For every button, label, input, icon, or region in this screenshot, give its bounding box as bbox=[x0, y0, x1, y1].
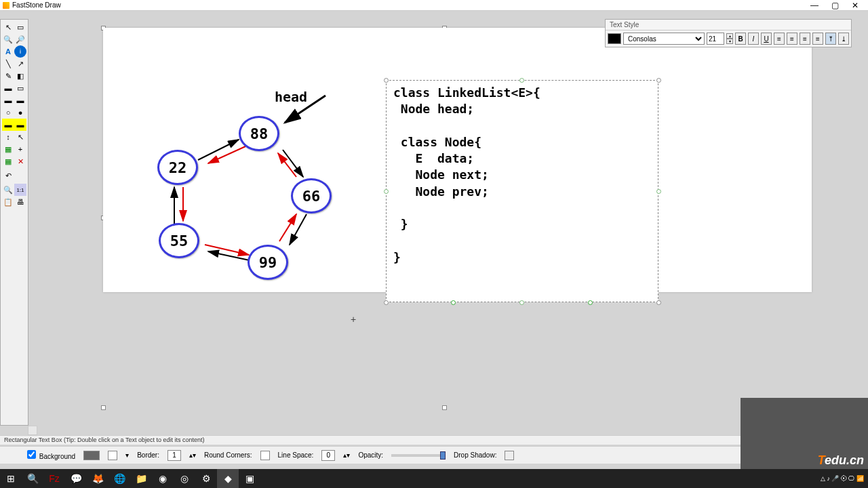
svg-line-8 bbox=[205, 245, 249, 255]
highlight-tool[interactable]: ▬ bbox=[2, 82, 14, 94]
line-tool[interactable]: ╲ bbox=[2, 58, 14, 70]
app-icon bbox=[3, 2, 9, 9]
zoom-tool[interactable]: 🔍 bbox=[2, 33, 14, 45]
align-right-button[interactable]: ≡ bbox=[800, 33, 810, 45]
info-tool[interactable]: i bbox=[14, 45, 26, 58]
font-select[interactable]: Consolas bbox=[623, 33, 705, 45]
maximize-button[interactable]: ▢ bbox=[825, 1, 845, 10]
print-tool[interactable]: 🖶 bbox=[14, 196, 26, 208]
firefox-icon[interactable]: 🦊 bbox=[87, 469, 108, 488]
marquee-tool[interactable]: ▭ bbox=[14, 21, 26, 33]
img2-tool[interactable]: ▦ bbox=[2, 155, 14, 167]
chat-icon[interactable]: 💬 bbox=[65, 469, 87, 488]
sel-handle[interactable] bbox=[519, 300, 524, 305]
arrow-tool[interactable]: ↗ bbox=[14, 58, 26, 70]
clipboard-tool[interactable]: 📋 bbox=[2, 196, 14, 208]
faststone-icon[interactable]: ◆ bbox=[217, 469, 239, 488]
opacity-slider[interactable] bbox=[391, 454, 446, 457]
select-tool[interactable]: ↖ bbox=[2, 21, 14, 33]
text-tool[interactable]: A bbox=[2, 45, 14, 58]
circle-tool[interactable]: ○ bbox=[2, 106, 14, 119]
tray-icons[interactable]: △ ♪ 🎤 🖸 🖵 📶 bbox=[821, 475, 864, 482]
linespace-spinner[interactable]: ▴▾ bbox=[343, 451, 350, 459]
pick-tool[interactable]: ↖ bbox=[14, 131, 26, 143]
bold-button[interactable]: B bbox=[735, 33, 746, 45]
font-size-spinner[interactable]: ▴▾ bbox=[726, 33, 733, 44]
text-style-title: Text Style bbox=[606, 20, 851, 30]
rect-tool[interactable]: ▭ bbox=[14, 82, 26, 94]
sel-handle[interactable] bbox=[384, 78, 389, 83]
sel-handle[interactable] bbox=[656, 189, 661, 194]
yellow2-tool[interactable]: ▬ bbox=[14, 119, 26, 131]
node-55[interactable]: 55 bbox=[159, 223, 199, 258]
filezilla-icon[interactable]: Fz bbox=[43, 469, 65, 488]
ide-icon[interactable]: ▣ bbox=[239, 469, 260, 488]
border-spinner[interactable]: ▴▾ bbox=[189, 451, 196, 459]
node-88[interactable]: 88 bbox=[239, 116, 279, 151]
text-color-swatch[interactable] bbox=[608, 33, 621, 44]
fill-rect-tool[interactable]: ▬ bbox=[2, 94, 14, 106]
redo-tool[interactable] bbox=[14, 169, 26, 182]
head-label: head bbox=[275, 89, 307, 105]
fill-rect2-tool[interactable]: ▬ bbox=[14, 94, 26, 106]
node-22[interactable]: 22 bbox=[157, 150, 198, 185]
linespace-input[interactable] bbox=[321, 450, 335, 461]
chrome-icon[interactable]: 🌐 bbox=[108, 469, 130, 488]
delete-tool[interactable]: ✕ bbox=[14, 155, 26, 167]
zoom-out-tool[interactable]: 🔎 bbox=[14, 33, 26, 45]
round-label: Round Corners: bbox=[204, 451, 252, 459]
search-button[interactable]: 🔍 bbox=[22, 469, 43, 488]
node-99[interactable]: 99 bbox=[248, 245, 288, 280]
align-center-button[interactable]: ≡ bbox=[787, 33, 797, 45]
underline-button[interactable]: U bbox=[761, 33, 772, 45]
align-left-button[interactable]: ≡ bbox=[774, 33, 785, 45]
undo-tool[interactable]: ↶ bbox=[2, 169, 14, 182]
italic-button[interactable]: I bbox=[748, 33, 759, 45]
round-swatch[interactable] bbox=[260, 451, 270, 460]
zoom100-tool[interactable]: 🔍 bbox=[2, 184, 14, 196]
background-checkbox[interactable]: Background bbox=[27, 450, 75, 460]
webcam-overlay: Tedu.cn bbox=[741, 398, 868, 469]
align-justify-button[interactable]: ≡ bbox=[812, 33, 823, 45]
explorer-icon[interactable]: 📁 bbox=[130, 469, 152, 488]
sel-handle[interactable] bbox=[451, 300, 456, 305]
sel-handle[interactable] bbox=[656, 300, 661, 305]
shadow-swatch[interactable] bbox=[505, 451, 514, 460]
pencil-tool[interactable]: ✎ bbox=[2, 70, 14, 82]
app2-icon[interactable]: ◎ bbox=[174, 469, 195, 488]
eraser-tool[interactable]: ◧ bbox=[14, 70, 26, 82]
bg-color2-swatch[interactable] bbox=[108, 451, 117, 460]
canvas-area[interactable]: head 88 bbox=[28, 19, 868, 426]
fill-circle-tool[interactable]: ● bbox=[14, 106, 26, 119]
add-tool[interactable]: + bbox=[14, 143, 26, 155]
valign-bottom-button[interactable]: ⤓ bbox=[838, 33, 849, 45]
bg-color-swatch[interactable] bbox=[83, 451, 100, 460]
move-tool[interactable]: ↕ bbox=[2, 131, 14, 143]
img-tool[interactable]: ▦ bbox=[2, 143, 14, 155]
start-button[interactable]: ⊞ bbox=[0, 469, 22, 488]
ruler-handle[interactable] bbox=[442, 405, 447, 410]
app1-icon[interactable]: ◉ bbox=[152, 469, 174, 488]
close-button[interactable]: ✕ bbox=[845, 1, 865, 10]
taskbar[interactable]: ⊞ 🔍 Fz 💬 🦊 🌐 📁 ◉ ◎ ⚙ ◆ ▣ △ ♪ 🎤 🖸 🖵 📶 bbox=[0, 469, 868, 488]
sel-handle[interactable] bbox=[656, 78, 661, 83]
yellow-tool[interactable]: ▬ bbox=[2, 119, 14, 131]
valign-top-button[interactable]: ⤒ bbox=[825, 33, 836, 45]
minimize-button[interactable]: — bbox=[804, 1, 825, 10]
sel-handle[interactable] bbox=[588, 300, 593, 305]
font-size-input[interactable] bbox=[707, 33, 724, 45]
sel-handle[interactable] bbox=[384, 189, 389, 194]
system-tray[interactable]: △ ♪ 🎤 🖸 🖵 📶 bbox=[821, 475, 868, 482]
ruler-handle[interactable] bbox=[101, 405, 106, 410]
status-bar: Rectangular Text Box (Tip: Double click … bbox=[0, 435, 868, 445]
code-textbox[interactable]: class LinkedList<E>{ Node head; class No… bbox=[386, 80, 658, 302]
fill-more[interactable]: ▾ bbox=[125, 451, 129, 459]
canvas[interactable]: head 88 bbox=[103, 28, 812, 292]
node-66[interactable]: 66 bbox=[291, 178, 332, 214]
zoom-actual-tool[interactable]: 1:1 bbox=[14, 184, 26, 196]
text-style-panel[interactable]: Text Style Consolas ▴▾ B I U ≡ ≡ ≡ ≡ ⤒ ⤓ bbox=[605, 19, 852, 47]
settings-icon[interactable]: ⚙ bbox=[195, 469, 217, 488]
sel-handle[interactable] bbox=[519, 78, 524, 83]
border-input[interactable] bbox=[167, 450, 181, 461]
sel-handle[interactable] bbox=[384, 300, 389, 305]
